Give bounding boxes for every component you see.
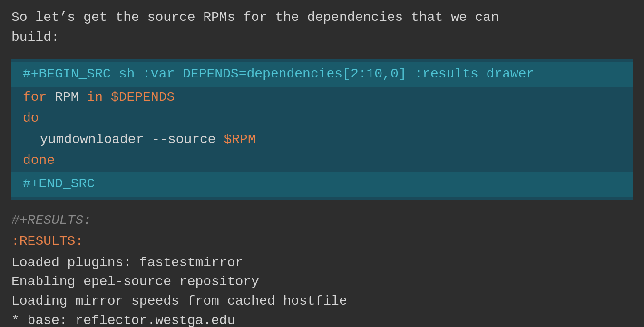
rpm-var-ref: $RPM <box>224 132 255 147</box>
results-line3: Loading mirror speeds from cached hostfi… <box>11 292 633 311</box>
for-keyword: for <box>23 90 47 105</box>
results-marker: :RESULTS: <box>11 232 633 251</box>
intro-line2: build: <box>11 30 59 45</box>
do-line: do <box>11 108 633 129</box>
depends-var: $DEPENDS <box>111 90 175 105</box>
results-line1: Loaded plugins: fastestmirror <box>11 253 633 273</box>
source-code-block: #+BEGIN_SRC sh :var DEPENDS=dependencies… <box>11 59 633 200</box>
results-comment: #+RESULTS: <box>11 211 633 231</box>
results-line4: * base: reflector.westga.edu <box>11 311 633 327</box>
done-keyword: done <box>23 153 55 168</box>
results-line2: Enabling epel-source repository <box>11 272 633 292</box>
intro-paragraph: So let’s get the source RPMs for the dep… <box>11 8 633 48</box>
intro-line1: So let’s get the source RPMs for the dep… <box>11 10 499 25</box>
yumdownloader-cmd: yumdownloader --source <box>40 132 224 147</box>
in-keyword: in <box>87 90 103 105</box>
end-src-footer: #+END_SRC <box>11 172 633 197</box>
begin-src-header: #+BEGIN_SRC sh :var DEPENDS=dependencies… <box>11 62 633 87</box>
yumdownloader-line: yumdownloader --source $RPM <box>11 129 633 151</box>
for-loop-line: for RPM in $DEPENDS <box>11 87 633 108</box>
do-keyword: do <box>23 111 39 125</box>
done-line: done <box>11 150 633 172</box>
rpm-var: RPM <box>55 90 87 105</box>
main-content: So let’s get the source RPMs for the dep… <box>0 0 644 327</box>
results-section: #+RESULTS: :RESULTS: Loaded plugins: fas… <box>11 211 633 327</box>
